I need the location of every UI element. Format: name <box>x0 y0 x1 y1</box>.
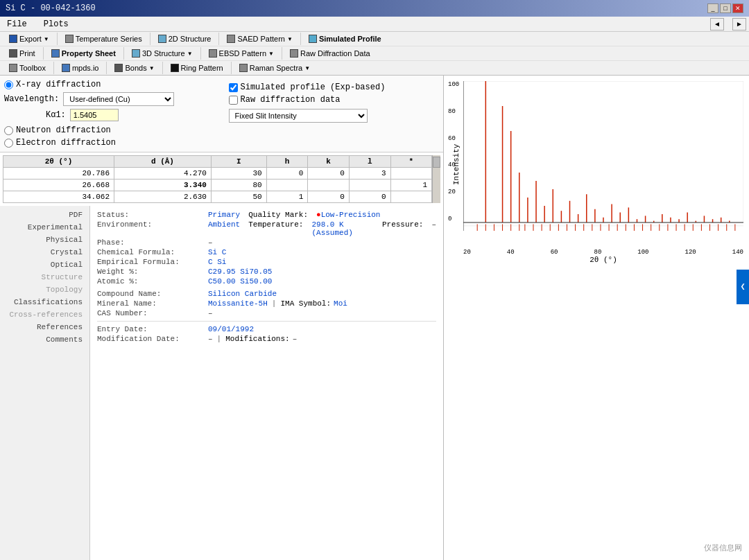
entry-date-row: Entry Date: 09/01/1992 <box>97 324 436 334</box>
neutron-radio[interactable] <box>4 126 13 135</box>
print-button[interactable]: Print <box>4 47 40 60</box>
nav-forward-button[interactable]: ► <box>732 18 746 30</box>
y-tick-20: 20 <box>448 189 459 195</box>
simulated-profile-button[interactable]: Simulated Profile <box>304 33 386 45</box>
3d-structure-button[interactable]: 3D Structure ▼ <box>127 47 198 60</box>
export-button[interactable]: Export ▼ <box>4 33 54 45</box>
cell-I-2: 50 <box>211 191 266 203</box>
bonds-icon <box>114 64 123 72</box>
raw-checkbox[interactable] <box>229 96 238 105</box>
ebsd-button[interactable]: EBSD Pattern ▼ <box>204 47 279 60</box>
scrollbar-thumb[interactable] <box>433 157 440 168</box>
raman-button[interactable]: Raman Spectra ▼ <box>234 62 315 74</box>
simulated-label: Simulated profile (Exp-based) <box>241 82 386 92</box>
collapse-button[interactable]: ❮ <box>737 270 749 304</box>
chemical-formula-row: Chemical Formula: Si C <box>97 247 436 257</box>
electron-radio-item: Electron diffraction <box>4 138 215 148</box>
nav-crossrefs: Cross-references <box>0 308 89 321</box>
x-tick-100: 100 <box>637 249 648 256</box>
table-row: 34.062 2.630 50 1 0 0 <box>3 191 432 203</box>
watermark: 仪器信息网 <box>704 543 742 553</box>
nav-optical[interactable]: Optical <box>0 259 89 271</box>
nav-classifications[interactable]: Classifications <box>0 296 89 308</box>
slit-select[interactable]: Fixed Slit Intensity <box>229 109 368 123</box>
nav-back-button[interactable]: ◄ <box>710 18 724 30</box>
properties-content: Status: Primary Quality Mark: ● Low-Prec… <box>90 206 443 560</box>
xray-radio-item: X-ray diffraction <box>4 80 215 89</box>
nav-references[interactable]: References <box>0 321 89 333</box>
close-button[interactable]: ✕ <box>732 3 743 13</box>
phase-row: Phase: – <box>97 238 436 247</box>
ka1-input[interactable] <box>70 109 119 121</box>
ka1-label: Kα1: <box>46 110 66 120</box>
simulated-profile-icon <box>309 35 317 43</box>
maximize-button[interactable]: □ <box>720 3 731 13</box>
table-row: 26.668 3.340 80 1 <box>3 180 432 191</box>
compound-name-label: Compound Name: <box>97 290 208 298</box>
compound-name-row: Compound Name: Silicon Carbide <box>97 289 436 299</box>
status-value: Primary <box>208 211 240 219</box>
left-content: X-ray diffraction Wavelength: User-defin… <box>0 76 444 560</box>
2d-structure-button[interactable]: 2D Structure <box>153 33 216 45</box>
data-table-section: 2θ (°) d (Å) I h k l * 20.786 <box>0 152 443 206</box>
cell-2theta-0: 20.786 <box>3 168 114 180</box>
col-2theta: 2θ (°) <box>3 156 114 168</box>
saed-button[interactable]: SAED Pattern ▼ <box>222 33 297 45</box>
3d-arrow-icon: ▼ <box>187 51 193 57</box>
xrd-section: X-ray diffraction Wavelength: User-defin… <box>0 76 443 152</box>
toolbar-section-3d: 3D Structure ▼ <box>124 47 201 60</box>
empirical-formula-row: Empirical Formula: C Si <box>97 257 436 267</box>
x-axis-label: 2θ (°) <box>463 256 743 264</box>
slit-section: Fixed Slit Intensity <box>229 109 440 123</box>
wavelength-select[interactable]: User-defined (Cu) <box>63 92 174 106</box>
mpds-button[interactable]: mpds.io <box>57 62 104 74</box>
table-scrollbar[interactable] <box>432 155 440 203</box>
x-tick-20: 20 <box>463 249 471 256</box>
cell-k-1 <box>308 180 350 191</box>
emp-formula-label: Empirical Formula: <box>97 258 208 266</box>
menu-plots[interactable]: Plots <box>40 18 73 30</box>
pipe-sep: | <box>272 299 277 308</box>
minimize-button[interactable]: _ <box>707 3 718 13</box>
cas-label: CAS Number: <box>97 309 208 317</box>
nav-experimental[interactable]: Experimental <box>0 221 89 234</box>
cell-h-2: 1 <box>266 191 308 203</box>
ka1-row: Kα1: <box>46 109 215 121</box>
nav-crystal[interactable]: Crystal <box>0 246 89 259</box>
x-tick-120: 120 <box>685 249 696 256</box>
cell-h-1 <box>266 180 308 191</box>
toolbar-section-print: Print <box>1 47 44 60</box>
toolbar-section-saed: SAED Pattern ▼ <box>219 33 300 45</box>
cell-2theta-1: 26.668 <box>3 180 114 191</box>
bonds-button[interactable]: Bonds ▼ <box>110 62 159 74</box>
ring-pattern-button[interactable]: Ring Pattern <box>166 62 228 74</box>
simulated-checkbox[interactable] <box>229 83 238 92</box>
export-arrow-icon: ▼ <box>44 36 49 42</box>
raw-diffraction-button[interactable]: Raw Diffraction Data <box>285 47 375 60</box>
nav-pdf[interactable]: PDF <box>0 209 89 221</box>
electron-radio[interactable] <box>4 139 13 148</box>
mod-date-value: – <box>208 335 213 343</box>
xray-radio[interactable] <box>4 80 13 89</box>
temp-series-button[interactable]: Temperature Series <box>60 33 147 45</box>
cell-I-1: 80 <box>211 180 266 191</box>
toolbar-section-raw-diff: Raw Diffraction Data <box>282 47 378 60</box>
toolbox-button[interactable]: Toolbox <box>4 62 51 74</box>
temperature-label: Temperature: <box>248 220 303 237</box>
toolbar-section-temp: Temperature Series <box>58 33 150 45</box>
chevron-left-icon: ❮ <box>740 281 745 292</box>
mpds-icon <box>62 64 70 72</box>
right-panel: Intensity 100 80 60 40 20 0 <box>444 76 749 560</box>
nav-physical[interactable]: Physical <box>0 234 89 246</box>
pressure-value: – <box>431 220 436 237</box>
cell-h-0: 0 <box>266 168 308 180</box>
menu-file[interactable]: File <box>3 18 31 30</box>
property-sheet-button[interactable]: Property Sheet <box>46 47 121 60</box>
xray-radio-label: X-ray diffraction <box>16 80 101 89</box>
entry-date-label: Entry Date: <box>97 325 208 333</box>
col-d: d (Å) <box>114 156 212 168</box>
nav-comments[interactable]: Comments <box>0 333 89 346</box>
mineral-name-value: Moissanite-5H <box>208 299 268 308</box>
ima-symbol-label: IMA Symbol: <box>280 299 331 308</box>
raw-label: Raw diffraction data <box>241 95 341 105</box>
